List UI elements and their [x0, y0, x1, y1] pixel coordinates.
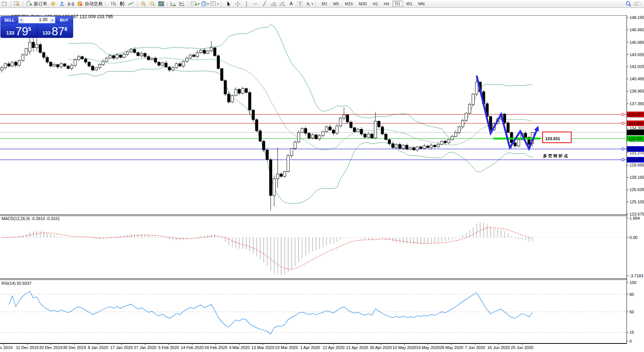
- candle-body: [88, 62, 91, 66]
- search-icon[interactable]: [624, 0, 633, 7]
- volume-spinner[interactable]: ▼ 1.00 ▲: [18, 16, 55, 23]
- channel-tool-icon[interactable]: E: [269, 0, 278, 7]
- market-watch-icon[interactable]: [0, 0, 9, 7]
- timeframe-d1[interactable]: D1: [393, 1, 403, 7]
- timeframe-m15[interactable]: M15: [342, 1, 355, 7]
- candle-body: [409, 148, 412, 149]
- auto-scroll-icon[interactable]: [169, 0, 178, 7]
- line-handle[interactable]: [622, 148, 624, 150]
- add-indicator-button[interactable]: ▾: [190, 0, 200, 7]
- date-tick-label: 28 May 2020: [440, 345, 464, 350]
- text-tool-icon[interactable]: A: [287, 0, 296, 7]
- candle-body: [42, 52, 45, 57]
- crosshair-tool-icon[interactable]: [233, 0, 242, 7]
- metaeditor-icon[interactable]: [49, 0, 58, 7]
- bar-chart-type-icon[interactable]: [109, 0, 118, 7]
- date-tick-label: 5 Feb 2020: [158, 345, 179, 350]
- candle-body: [371, 134, 373, 138]
- timeframe-m1[interactable]: M1: [319, 1, 330, 7]
- trendline-tool-icon[interactable]: ╱: [260, 0, 269, 7]
- fibonacci-tool-icon[interactable]: F: [278, 0, 287, 7]
- candle-body: [388, 140, 391, 144]
- period-clock-button[interactable]: ▾: [200, 0, 209, 7]
- separator: [23, 1, 23, 7]
- price-tick-label: 148.190: [630, 15, 644, 20]
- line-handle[interactable]: [622, 159, 624, 161]
- zoom-in-icon[interactable]: [139, 0, 148, 7]
- sell-price-base: 133: [6, 30, 14, 36]
- candle-body: [126, 52, 129, 54]
- price-tag-text: 136.057: [628, 112, 643, 117]
- candle-body: [430, 145, 433, 148]
- new-order-label[interactable]: 新订单: [34, 1, 47, 7]
- candle-body: [329, 127, 331, 130]
- rsi-tick-label: 100: [630, 280, 636, 285]
- new-order-button[interactable]: [25, 0, 33, 7]
- candle-body: [413, 148, 415, 150]
- tile-windows-icon[interactable]: [157, 0, 166, 7]
- candle-body: [416, 147, 419, 150]
- candles: [1, 19, 534, 210]
- price-tag-text: 133.031: [628, 136, 643, 141]
- signal-icon[interactable]: [66, 0, 75, 7]
- timeframe-mn[interactable]: MN: [416, 1, 427, 7]
- sell-price[interactable]: 133795: [1, 23, 37, 38]
- date-tick-label: 1 Apr 2020: [300, 345, 320, 350]
- line-handle[interactable]: [622, 122, 624, 125]
- candlestick-type-icon[interactable]: [118, 0, 127, 7]
- candle-body: [367, 134, 370, 138]
- candle-body: [318, 136, 321, 139]
- line-handle[interactable]: [622, 113, 624, 116]
- candle-body: [423, 146, 426, 148]
- autotrading-label[interactable]: 自动交易: [85, 1, 103, 7]
- candle-body: [179, 64, 181, 66]
- price-tick-label: 128.165: [630, 175, 644, 180]
- zoom-out-icon[interactable]: [148, 0, 157, 7]
- buy-button[interactable]: BUY: [55, 16, 73, 23]
- horizontal-line-tool-icon[interactable]: ─: [251, 0, 260, 7]
- timeframe-m5[interactable]: M5: [331, 1, 341, 7]
- bollinger-band: [68, 58, 533, 150]
- volume-value[interactable]: 1.00: [24, 17, 49, 23]
- candle-body: [245, 88, 248, 93]
- vertical-line-tool-icon[interactable]: │: [242, 0, 251, 7]
- volume-down-button[interactable]: ▼: [19, 17, 24, 23]
- svg-text:F: F: [283, 4, 285, 7]
- candle-body: [360, 129, 363, 134]
- candle-body: [451, 136, 453, 140]
- cursor-tool-icon[interactable]: [224, 0, 233, 7]
- candle-body: [36, 45, 38, 48]
- candle-body: [238, 89, 241, 93]
- timeframe-h4[interactable]: H4: [381, 1, 392, 7]
- template-button[interactable]: ▾: [209, 0, 219, 7]
- candle-body: [71, 65, 73, 69]
- chart-shift-icon[interactable]: [178, 0, 187, 7]
- timeframe-m30[interactable]: M30: [356, 1, 369, 7]
- timeframe-h1[interactable]: H1: [370, 1, 380, 7]
- chart-render-layer: 148.190146.660145.085143.555142.025140.4…: [0, 15, 644, 350]
- label-tool-icon[interactable]: T: [296, 0, 305, 7]
- candle-body: [346, 115, 349, 122]
- sell-button[interactable]: SELL: [1, 16, 18, 23]
- shapes-arrows-button[interactable]: ▾: [305, 0, 314, 7]
- candle-body: [252, 110, 254, 120]
- candle-body: [273, 179, 276, 196]
- date-tick-label: 30 Dec 2019: [63, 345, 86, 350]
- timeframe-w1[interactable]: W1: [404, 1, 415, 7]
- line-chart-type-icon[interactable]: [127, 0, 136, 7]
- candle-body: [280, 174, 283, 176]
- macd-tick-label: -3.7183: [630, 274, 643, 278]
- candle-body: [56, 65, 59, 67]
- autotrading-button[interactable]: [75, 0, 84, 7]
- data-window-icon[interactable]: [12, 0, 21, 7]
- price-chart-svg[interactable]: 148.190146.660145.085143.555142.025140.4…: [0, 0, 644, 352]
- community-user-icon[interactable]: [58, 0, 66, 7]
- buy-price[interactable]: 133876: [37, 23, 73, 38]
- chat-icon[interactable]: [633, 0, 642, 7]
- date-tick-label: 14 Feb 2020: [181, 345, 204, 350]
- volume-up-button[interactable]: ▲: [49, 17, 55, 23]
- separator: [167, 1, 167, 7]
- date-tick-label: 12 Apr 2020: [323, 345, 345, 350]
- candle-body: [109, 56, 111, 58]
- candle-body: [25, 49, 27, 55]
